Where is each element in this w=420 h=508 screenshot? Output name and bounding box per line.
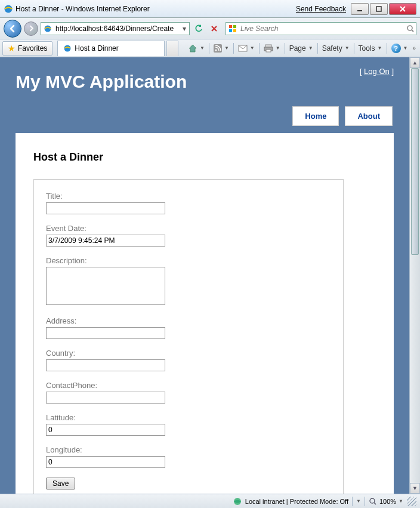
page-icon	[63, 44, 72, 53]
chevron-down-icon: ▼	[403, 45, 408, 51]
favorites-button[interactable]: ★ Favorites	[2, 41, 52, 56]
new-tab-button[interactable]	[166, 41, 178, 56]
svg-point-16	[215, 49, 217, 51]
refresh-button[interactable]	[192, 22, 205, 35]
stop-button[interactable]	[208, 22, 221, 35]
svg-rect-2	[376, 7, 381, 11]
forward-button[interactable]	[24, 21, 38, 36]
page-menu[interactable]: Page ▼	[286, 42, 316, 55]
feeds-button[interactable]: ▼	[211, 42, 232, 55]
tab-title: Host a Dinner	[75, 44, 118, 53]
tools-menu[interactable]: Tools ▼	[356, 42, 385, 55]
back-button[interactable]	[4, 20, 21, 38]
address-input[interactable]	[54, 24, 180, 33]
svg-rect-20	[266, 50, 271, 52]
chevron-down-icon: ▼	[224, 45, 229, 51]
safety-menu-label: Safety	[322, 44, 342, 53]
search-go-button[interactable]	[406, 24, 416, 33]
search-input[interactable]	[239, 24, 406, 33]
help-icon: ?	[391, 44, 401, 53]
svg-rect-9	[233, 25, 236, 28]
browser-tab[interactable]: Host a Dinner	[57, 41, 165, 56]
tools-menu-label: Tools	[359, 44, 375, 53]
svg-rect-8	[229, 25, 232, 28]
chevron-down-icon: ▼	[378, 45, 382, 51]
svg-point-12	[407, 26, 412, 30]
svg-rect-10	[229, 29, 232, 32]
minimize-button[interactable]	[351, 3, 369, 15]
favorites-label: Favorites	[18, 44, 47, 53]
toolbar-buttons: ▼ ▼ ▼ ▼ Page ▼ Safety ▼ Tools ▼	[185, 41, 418, 56]
page-icon	[43, 24, 52, 33]
star-icon: ★	[8, 44, 16, 53]
chevron-down-icon: ▼	[308, 45, 313, 51]
toolbar: ★ Favorites Host a Dinner ▼ ▼ ▼ ▼	[0, 39, 420, 57]
ie-icon	[4, 4, 13, 14]
search-bar[interactable]	[226, 22, 416, 35]
chevron-down-icon: ▼	[345, 45, 350, 51]
help-button[interactable]: ? ▼	[388, 41, 411, 56]
window-title: Host a Dinner - Windows Internet Explore…	[16, 5, 296, 13]
mail-button[interactable]: ▼	[235, 42, 258, 55]
chevron-down-icon: ▼	[200, 45, 205, 51]
window-titlebar: Host a Dinner - Windows Internet Explore…	[0, 0, 420, 18]
print-button[interactable]: ▼	[261, 41, 283, 56]
chevron-down-icon: ▼	[250, 45, 255, 51]
window-buttons	[351, 3, 416, 15]
safety-menu[interactable]: Safety ▼	[319, 42, 353, 55]
windows-logo-icon	[228, 24, 237, 33]
address-dropdown[interactable]: ▾	[180, 24, 189, 33]
svg-rect-18	[265, 45, 271, 47]
home-button[interactable]: ▼	[185, 41, 208, 56]
svg-rect-11	[233, 29, 236, 32]
toolbar-overflow[interactable]: »	[410, 44, 418, 53]
page-menu-label: Page	[289, 44, 306, 53]
send-feedback-link[interactable]: Send Feedback	[296, 5, 346, 13]
svg-line-13	[412, 30, 413, 32]
close-button[interactable]	[389, 3, 416, 15]
nav-bar: ▾	[0, 18, 420, 39]
address-bar[interactable]: ▾	[41, 22, 190, 35]
chevron-down-icon: ▼	[276, 45, 280, 51]
maximize-button[interactable]	[370, 3, 388, 15]
